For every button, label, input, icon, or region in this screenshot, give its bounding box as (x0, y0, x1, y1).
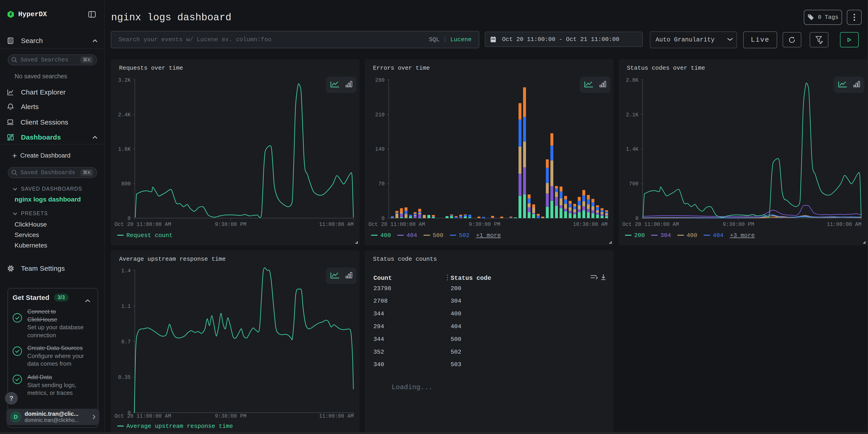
svg-text:0.35: 0.35 (118, 375, 131, 380)
svg-text:0: 0 (381, 216, 384, 222)
svg-text:70: 70 (378, 181, 384, 187)
svg-text:500: 500 (433, 232, 443, 239)
svg-text:3.2K: 3.2K (118, 78, 131, 83)
svg-text:1.4: 1.4 (121, 268, 131, 274)
svg-text:140: 140 (375, 147, 384, 152)
svg-text:502: 502 (459, 232, 469, 239)
svg-text:404: 404 (451, 323, 461, 330)
svg-text:404: 404 (713, 232, 723, 239)
svg-text:Status code: Status code (451, 275, 491, 282)
svg-text:503: 503 (451, 361, 461, 368)
svg-text:404: 404 (406, 232, 417, 239)
svg-text:500: 500 (451, 336, 461, 343)
svg-text:294: 294 (373, 323, 384, 330)
svg-text:0.7: 0.7 (121, 339, 131, 345)
svg-text:344: 344 (373, 310, 384, 317)
svg-text:1.1: 1.1 (121, 304, 131, 309)
svg-text:11:00:00 AM: 11:00:00 AM (319, 222, 353, 227)
svg-text:2.8K: 2.8K (626, 78, 639, 83)
svg-text:1.4K: 1.4K (626, 147, 639, 152)
svg-text:700: 700 (629, 181, 639, 187)
svg-text:Loading...: Loading... (392, 383, 433, 391)
svg-text:Count: Count (373, 275, 392, 282)
svg-text:+3 more: +3 more (730, 232, 754, 239)
svg-text:Average upstream response time: Average upstream response time (126, 423, 233, 430)
svg-text:Oct 20 11:00:00 AM: Oct 20 11:00:00 AM (115, 222, 171, 227)
svg-text:9:30:00 PM: 9:30:00 PM (469, 222, 500, 227)
svg-text:Oct 20 11:00:00 AM: Oct 20 11:00:00 AM (115, 413, 171, 419)
svg-text:2.1K: 2.1K (626, 112, 639, 118)
svg-text:0: 0 (127, 216, 131, 222)
svg-text:304: 304 (660, 232, 671, 239)
svg-text:340: 340 (373, 361, 384, 368)
svg-text:11:00:00 AM: 11:00:00 AM (319, 413, 353, 419)
svg-text:9:30:00 PM: 9:30:00 PM (215, 222, 246, 227)
svg-text:Oct 20 11:00:00 AM: Oct 20 11:00:00 AM (368, 222, 425, 227)
svg-text:344: 344 (373, 336, 384, 343)
svg-text:800: 800 (121, 181, 131, 187)
svg-text:1.6K: 1.6K (118, 147, 131, 152)
svg-text:280: 280 (375, 78, 384, 83)
svg-text:352: 352 (373, 349, 384, 355)
svg-text:210: 210 (375, 112, 384, 118)
svg-text:9:30:00 PM: 9:30:00 PM (215, 413, 246, 419)
svg-text:400: 400 (451, 310, 461, 317)
svg-text:Oct 20 11:00:00 AM: Oct 20 11:00:00 AM (622, 222, 679, 227)
svg-text:502: 502 (451, 349, 461, 355)
svg-text:400: 400 (686, 232, 697, 239)
svg-text:2.4K: 2.4K (118, 112, 131, 118)
svg-text:Request count: Request count (126, 232, 173, 239)
svg-text:+1 more: +1 more (476, 232, 501, 239)
svg-text:0: 0 (635, 216, 639, 222)
svg-text:200: 200 (451, 285, 461, 292)
svg-text:9:30:00 PM: 9:30:00 PM (723, 222, 754, 227)
svg-text:2708: 2708 (373, 298, 388, 304)
svg-text:304: 304 (451, 298, 461, 304)
svg-text:10:30:00 AM: 10:30:00 AM (573, 222, 608, 227)
svg-text:200: 200 (634, 232, 645, 239)
svg-text:11:00:00 AM: 11:00:00 AM (827, 222, 861, 227)
svg-text:400: 400 (380, 232, 391, 239)
svg-text:23798: 23798 (373, 285, 391, 292)
